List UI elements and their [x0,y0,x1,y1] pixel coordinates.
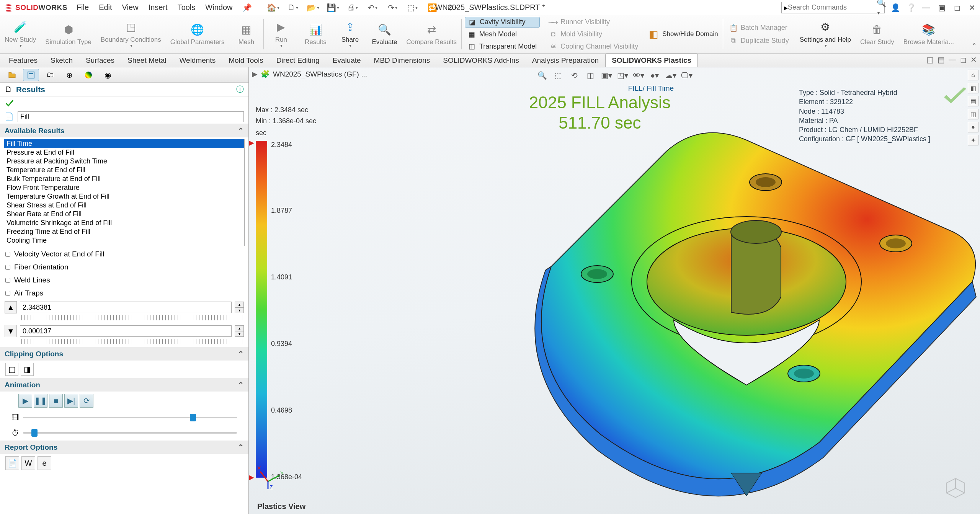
breadcrumb[interactable]: ▶ 🧩 WN2025_SWPlastics (GF) ... [252,70,367,78]
min-down-icon[interactable]: ▾ [235,331,244,337]
view-triad-icon[interactable]: Y X Z [256,462,283,491]
max-down-icon[interactable]: ▾ [235,307,244,313]
pm-tab-propertymanager-icon[interactable] [23,69,39,81]
result-item[interactable]: Temperature at End of Fill [4,166,244,175]
rib-share[interactable]: ⇪Share▾ [333,15,367,53]
anim-play-icon[interactable]: ▶ [18,394,32,408]
panel-split-icon[interactable]: ▤ [938,55,945,64]
open-icon[interactable]: 📂▾ [304,1,322,14]
home-icon[interactable]: 🏠▾ [264,1,282,14]
speed-slider[interactable] [23,428,237,437]
panel-max-icon[interactable]: ◻ [960,55,967,64]
pm-help-icon[interactable]: ⓘ [236,84,244,95]
chk-air[interactable] [5,291,10,296]
hud-zoom-icon[interactable]: 🔍 [536,70,548,81]
clip-clear-icon[interactable]: ◫ [5,363,18,376]
result-item[interactable]: Temperature Growth at End of Fill [4,192,244,201]
hud-scene-icon[interactable]: ☁▾ [665,70,676,81]
chk-fiber[interactable] [5,265,10,270]
tab-mbd[interactable]: MBD Dimensions [368,54,437,67]
tab-weldments[interactable]: Weldments [173,54,222,67]
min-value-input[interactable] [20,325,232,337]
tab-mold-tools[interactable]: Mold Tools [222,54,270,67]
panel-min-icon[interactable]: — [949,55,956,64]
settings-help-button[interactable]: ⚙Settings and Help▾ [795,15,856,53]
hud-section-icon[interactable]: ◫ [585,70,596,81]
cavity-visibility-button[interactable]: ◪Cavity Visibility [465,17,540,28]
close-icon[interactable]: ✕ [969,3,975,12]
hud-display-icon[interactable]: ▣▾ [601,70,612,81]
chk-velocity[interactable] [5,252,10,257]
select-icon[interactable]: ⬚▾ [403,1,421,14]
undo-icon[interactable]: ↶▾ [364,1,381,14]
tab-analysis-prep[interactable]: Analysis Preparation [526,54,605,67]
hud-view-icon[interactable]: ◳▾ [617,70,628,81]
tab-sheet-metal[interactable]: Sheet Metal [121,54,173,67]
menu-tools[interactable]: Tools [174,2,199,14]
max-value-input[interactable] [20,302,232,313]
tab-features[interactable]: Features [2,54,44,67]
filter-input[interactable] [18,111,244,122]
tab-sketch[interactable]: Sketch [44,54,79,67]
rib-evaluate[interactable]: 🔍Evaluate [367,15,402,53]
max-scale-icon[interactable]: ▲ [5,301,17,313]
anim-step-icon[interactable]: ▶| [64,394,78,408]
taskpane-resources-icon[interactable]: ◧ [968,83,978,93]
orientation-cube-icon[interactable] [944,476,967,501]
redo-icon[interactable]: ↷▾ [384,1,401,14]
report-word-icon[interactable]: W [21,456,35,470]
tab-addins[interactable]: SOLIDWORKS Add-Ins [436,54,526,67]
transparent-model-button[interactable]: ◫Transparent Model [465,41,540,52]
tab-surfaces[interactable]: Surfaces [79,54,121,67]
taskpane-view-icon[interactable]: ◫ [968,109,978,119]
pm-tab-dimxpert-icon[interactable]: ⊕ [61,69,77,81]
anim-stop-icon[interactable]: ■ [49,394,63,408]
result-item[interactable]: Freezing Time at End of Fill [4,227,244,236]
search-commands[interactable]: ▸ 🔍▾ [781,2,885,13]
print-icon[interactable]: 🖨▾ [344,1,361,14]
hud-hide-icon[interactable]: 👁▾ [633,70,644,81]
anim-loop-icon[interactable]: ⟳ [80,394,93,408]
menu-insert[interactable]: Insert [145,2,172,14]
taskpane-home-icon[interactable]: ⌂ [968,70,978,80]
report-edrawings-icon[interactable]: e [38,456,51,470]
menu-window[interactable]: Window [201,2,236,14]
clip-plane-icon[interactable]: ◨ [21,363,34,376]
hud-appearance-icon[interactable]: ●▾ [649,70,660,81]
pm-tab-featuretree-icon[interactable] [4,69,20,81]
search-input[interactable] [788,3,877,11]
show-hide-domain-button[interactable]: ◧Show/Hide Domain [644,15,723,53]
result-item[interactable]: Bulk Temperature at End of Fill [4,175,244,183]
result-item[interactable]: Shear Stress at End of Fill [4,201,244,210]
panel-expand-icon[interactable]: ◫ [926,55,934,64]
section-animation[interactable]: Animation⌃ [0,378,248,392]
restore-icon[interactable]: ▣ [938,3,946,12]
taskpane-custom-icon[interactable]: ✦ [968,135,978,145]
section-available-results[interactable]: Available Results⌃ [0,124,248,137]
frame-slider[interactable] [23,413,237,422]
result-item[interactable]: Cooling Time [4,236,244,245]
report-html-icon[interactable]: 📄 [5,456,19,470]
search-icon[interactable]: 🔍▾ [877,0,886,16]
hud-zoomarea-icon[interactable]: ⬚ [552,70,564,81]
tab-plastics[interactable]: SOLIDWORKS Plastics [605,54,698,67]
menu-pin-icon[interactable]: 📌 [238,2,256,14]
new-doc-icon[interactable]: 🗋▾ [284,1,302,14]
help-icon[interactable]: ❔ [906,3,916,12]
menu-file[interactable]: File [73,2,93,14]
section-clipping[interactable]: Clipping Options⌃ [0,347,248,361]
result-item[interactable]: Fill Time [4,139,244,148]
max-up-icon[interactable]: ▴ [235,302,244,307]
maximize-icon[interactable]: ◻ [954,3,960,12]
minimize-icon[interactable]: — [922,3,930,12]
result-item[interactable]: Temperature at End of Cooling [4,245,244,246]
result-item[interactable]: Shear Rate at End of Fill [4,210,244,219]
hud-settings-icon[interactable]: 🖵▾ [681,70,693,81]
pm-tab-config-icon[interactable]: 🗂 [42,69,58,81]
hud-rotate-icon[interactable]: ⟲ [568,70,580,81]
save-icon[interactable]: 💾▾ [324,1,341,14]
result-item[interactable]: Flow Front Temperature [4,183,244,192]
taskpane-library-icon[interactable]: ▤ [968,96,978,106]
result-item[interactable]: Volumetric Shrinkage at End of Fill [4,219,244,227]
pm-tab-appearance-icon[interactable] [80,69,96,81]
